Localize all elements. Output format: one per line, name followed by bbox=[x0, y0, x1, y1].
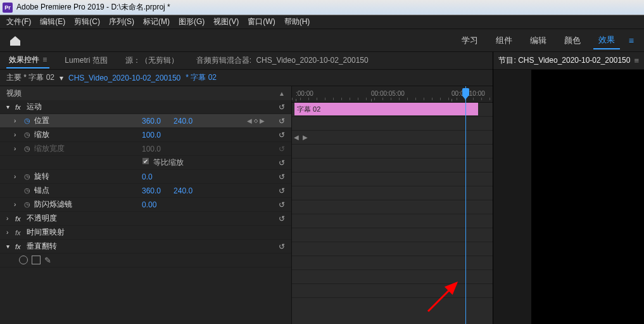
workspace-tab-editing[interactable]: 编辑 bbox=[525, 32, 552, 49]
disclosure-icon[interactable]: › bbox=[14, 173, 20, 180]
effect-vertical-flip[interactable]: ▾ fx 垂直翻转 ↺ bbox=[0, 240, 291, 254]
tab-source-monitor[interactable]: 源：（无剪辑） bbox=[123, 53, 181, 68]
prop-antiflicker-label: 防闪烁滤镜 bbox=[34, 199, 72, 210]
scroll-left-icon[interactable]: ◀ bbox=[292, 134, 301, 141]
rotation-value[interactable]: 0.0 bbox=[142, 172, 153, 181]
program-video-frame bbox=[531, 70, 644, 324]
rectangle-mask-icon[interactable] bbox=[32, 256, 41, 264]
scroll-up-icon[interactable]: ▲ bbox=[279, 90, 285, 97]
menu-view[interactable]: 视图(V) bbox=[210, 15, 243, 29]
prop-anchor[interactable]: ◷ 锚点 360.0 240.0 ↺ bbox=[0, 184, 291, 198]
ellipse-mask-icon[interactable] bbox=[19, 256, 28, 264]
workspace-tab-assembly[interactable]: 组件 bbox=[491, 32, 517, 49]
menu-help[interactable]: 帮助(H) bbox=[281, 15, 314, 29]
fx-badge-icon[interactable]: fx bbox=[15, 103, 24, 111]
window-titlebar: Pr Adobe Premiere Pro 2019 - D:\未命名.prpr… bbox=[0, 0, 644, 15]
menu-clip[interactable]: 剪辑(C) bbox=[70, 15, 104, 29]
tab-lumetri-scopes[interactable]: Lumetri 范围 bbox=[62, 53, 110, 68]
prop-antiflicker[interactable]: › ◷ 防闪烁滤镜 0.00 ↺ bbox=[0, 198, 291, 212]
next-keyframe-icon[interactable]: ▶ bbox=[260, 117, 265, 124]
reset-icon[interactable]: ↺ bbox=[279, 159, 285, 167]
menu-edit[interactable]: 编辑(E) bbox=[36, 15, 69, 29]
stopwatch-icon[interactable]: ◷ bbox=[23, 172, 32, 181]
workspace-tab-color[interactable]: 颜色 bbox=[559, 32, 586, 49]
clip-bar[interactable]: 字幕 02 bbox=[294, 103, 478, 115]
menu-window[interactable]: 窗口(W) bbox=[244, 15, 279, 29]
tab-audio-clip-mixer[interactable]: 音频剪辑混合器: CHS_Video_2020-10-02_200150 bbox=[194, 53, 371, 68]
prev-keyframe-icon[interactable]: ◀ bbox=[247, 117, 252, 124]
stopwatch-icon[interactable]: ◷ bbox=[23, 131, 32, 139]
fx-badge-icon[interactable]: fx bbox=[15, 215, 24, 223]
window-title: Adobe Premiere Pro 2019 - D:\未命名.prproj … bbox=[16, 2, 170, 13]
home-icon[interactable] bbox=[6, 32, 24, 49]
tab-effect-controls[interactable]: 效果控件 ≡ bbox=[6, 53, 49, 68]
effect-timeline[interactable]: :00:00 00:00:05:00 00:00:10:00 字幕 02 ◀ ▶ bbox=[291, 86, 493, 324]
uniform-scale-checkbox[interactable]: ✔ bbox=[142, 157, 149, 165]
effect-motion[interactable]: ▾ fx 运动 ↺ bbox=[0, 100, 291, 114]
reset-icon: ↺ bbox=[279, 145, 285, 153]
toolbar: 学习 组件 编辑 颜色 效果 ≡ bbox=[0, 29, 644, 52]
prop-scale[interactable]: › ◷ 缩放 100.0 ↺ bbox=[0, 128, 291, 142]
playhead-marker-icon[interactable] bbox=[462, 88, 469, 96]
program-monitor-view[interactable] bbox=[493, 70, 644, 324]
fx-badge-icon[interactable]: fx bbox=[15, 243, 24, 250]
breadcrumb-master[interactable]: 主要 * 字幕 02 bbox=[6, 72, 54, 83]
prop-scale-width-label: 缩放宽度 bbox=[34, 143, 65, 154]
keyframe-nav: ◀ ◇ ▶ bbox=[247, 117, 265, 124]
prop-rotation[interactable]: › ◷ 旋转 0.0 ↺ bbox=[0, 170, 291, 184]
disclosure-icon[interactable]: › bbox=[14, 201, 20, 208]
stopwatch-icon[interactable]: ◷ bbox=[23, 186, 32, 195]
stopwatch-icon: ◷ bbox=[23, 145, 32, 153]
disclosure-icon[interactable]: › bbox=[14, 117, 20, 124]
main-area: 效果控件 ≡ Lumetri 范围 源：（无剪辑） 音频剪辑混合器: CHS_V… bbox=[0, 52, 644, 324]
effect-opacity[interactable]: › fx 不透明度 ↺ bbox=[0, 212, 291, 226]
panel-menu-icon[interactable]: ≡ bbox=[42, 55, 47, 64]
menu-graphics[interactable]: 图形(G) bbox=[175, 15, 208, 29]
reset-icon[interactable]: ↺ bbox=[279, 172, 285, 181]
antiflicker-value[interactable]: 0.00 bbox=[142, 200, 156, 209]
disclosure-icon[interactable]: ▾ bbox=[6, 243, 13, 250]
workspace-overflow-icon[interactable]: ≡ bbox=[628, 36, 635, 46]
pen-mask-icon[interactable]: ✎ bbox=[44, 256, 51, 265]
reset-icon[interactable]: ↺ bbox=[279, 103, 285, 112]
scale-value[interactable]: 100.0 bbox=[142, 131, 161, 139]
playhead[interactable] bbox=[465, 86, 466, 324]
position-x-value[interactable]: 360.0 bbox=[142, 117, 161, 126]
fx-badge-icon[interactable]: fx bbox=[15, 229, 24, 237]
breadcrumb-sequence[interactable]: CHS_Video_2020-10-02_200150 bbox=[68, 74, 180, 82]
prop-uniform-scale[interactable]: ✔ 等比缩放 ↺ bbox=[0, 156, 291, 170]
tab-audio-mixer-sequence: CHS_Video_2020-10-02_200150 bbox=[256, 56, 368, 65]
anchor-x-value[interactable]: 360.0 bbox=[142, 186, 161, 195]
reset-icon[interactable]: ↺ bbox=[279, 186, 285, 195]
reset-icon[interactable]: ↺ bbox=[279, 200, 285, 209]
menu-sequence[interactable]: 序列(S) bbox=[105, 15, 138, 29]
chevron-down-icon[interactable]: ▾ bbox=[60, 74, 63, 82]
panel-menu-icon[interactable]: ≡ bbox=[634, 56, 639, 65]
video-section-label: 视频 bbox=[6, 88, 22, 99]
mask-tools-row: ✎ bbox=[0, 254, 291, 268]
prop-anchor-label: 锚点 bbox=[34, 185, 49, 196]
scroll-right-icon[interactable]: ▶ bbox=[301, 134, 310, 141]
menu-marker[interactable]: 标记(M) bbox=[139, 15, 174, 29]
reset-icon[interactable]: ↺ bbox=[279, 214, 285, 223]
disclosure-icon[interactable]: › bbox=[6, 229, 13, 236]
reset-icon[interactable]: ↺ bbox=[279, 131, 285, 139]
anchor-y-value[interactable]: 240.0 bbox=[174, 186, 193, 195]
workspace-tab-effects[interactable]: 效果 bbox=[593, 32, 620, 49]
breadcrumb-clip[interactable]: * 字幕 02 bbox=[186, 72, 217, 83]
disclosure-icon[interactable]: › bbox=[14, 131, 20, 138]
reset-icon[interactable]: ↺ bbox=[279, 242, 285, 251]
menu-file[interactable]: 文件(F) bbox=[3, 15, 35, 29]
stopwatch-icon[interactable]: ◷ bbox=[23, 117, 32, 125]
position-y-value[interactable]: 240.0 bbox=[174, 117, 193, 126]
clip-breadcrumb: 主要 * 字幕 02 ▾ CHS_Video_2020-10-02_200150… bbox=[0, 70, 493, 86]
effect-time-remap[interactable]: › fx 时间重映射 bbox=[0, 226, 291, 240]
workspace-tab-learn[interactable]: 学习 bbox=[457, 32, 483, 49]
add-keyframe-icon[interactable]: ◇ bbox=[254, 118, 258, 124]
reset-icon[interactable]: ↺ bbox=[279, 117, 285, 126]
disclosure-icon[interactable]: ▾ bbox=[6, 103, 13, 110]
stopwatch-icon[interactable]: ◷ bbox=[23, 200, 32, 209]
prop-position[interactable]: › ◷ 位置 360.0 240.0 ◀ ◇ ▶ ↺ bbox=[0, 114, 291, 128]
tab-program-monitor[interactable]: 节目: CHS_Video_2020-10-02_200150 bbox=[498, 55, 630, 66]
disclosure-icon[interactable]: › bbox=[6, 215, 13, 222]
